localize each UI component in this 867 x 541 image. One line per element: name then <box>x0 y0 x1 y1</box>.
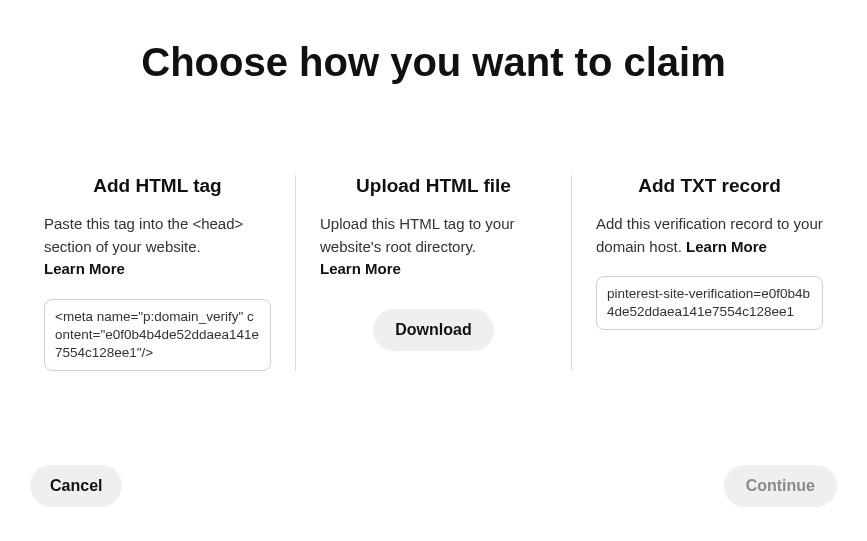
txt-record-code-box[interactable]: pinterest-site-verification=e0f0b4b4de52… <box>596 276 823 330</box>
html-tag-code-box[interactable]: <meta name="p:domain_verify" content="e0… <box>44 299 271 372</box>
option-html-tag-desc-text: Paste this tag into the <head> section o… <box>44 215 243 255</box>
option-txt-record: Add TXT record Add this verification rec… <box>572 175 847 371</box>
page-title: Choose how you want to claim <box>20 40 847 85</box>
claim-dialog: Choose how you want to claim Add HTML ta… <box>0 0 867 541</box>
option-html-tag-desc: Paste this tag into the <head> section o… <box>44 213 271 281</box>
option-html-file: Upload HTML file Upload this HTML tag to… <box>296 175 572 371</box>
options-row: Add HTML tag Paste this tag into the <he… <box>20 175 847 371</box>
option-html-tag: Add HTML tag Paste this tag into the <he… <box>20 175 296 371</box>
option-txt-record-desc: Add this verification record to your dom… <box>596 213 823 258</box>
option-html-file-desc-text: Upload this HTML tag to your website's r… <box>320 215 515 255</box>
option-html-file-desc: Upload this HTML tag to your website's r… <box>320 213 547 281</box>
option-html-file-title: Upload HTML file <box>356 175 511 197</box>
continue-button[interactable]: Continue <box>724 465 837 507</box>
option-txt-record-title: Add TXT record <box>638 175 781 197</box>
dialog-footer: Cancel Continue <box>30 465 837 507</box>
download-button[interactable]: Download <box>373 309 493 351</box>
option-html-tag-learn-more[interactable]: Learn More <box>44 260 125 277</box>
cancel-button[interactable]: Cancel <box>30 465 122 507</box>
option-html-tag-title: Add HTML tag <box>93 175 221 197</box>
option-txt-record-learn-more[interactable]: Learn More <box>686 238 767 255</box>
option-html-file-learn-more[interactable]: Learn More <box>320 260 401 277</box>
